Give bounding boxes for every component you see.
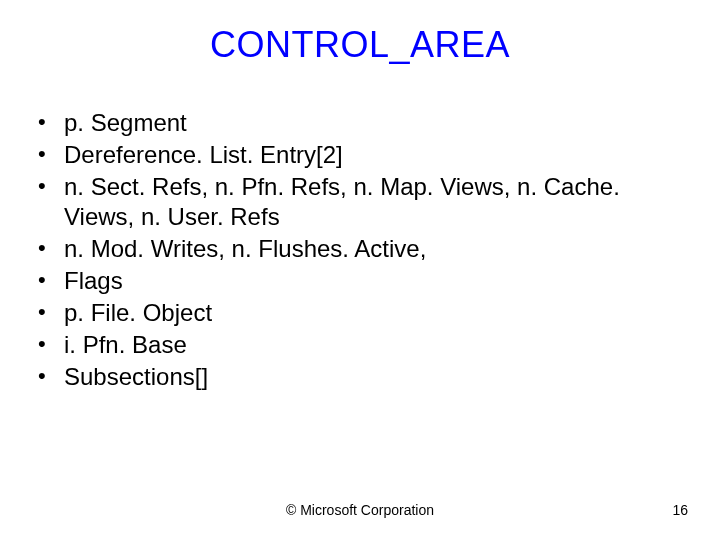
list-item: p. File. Object bbox=[36, 298, 684, 328]
list-item: Subsections[] bbox=[36, 362, 684, 392]
slide: CONTROL_AREA p. Segment Dereference. Lis… bbox=[0, 0, 720, 540]
list-item: n. Mod. Writes, n. Flushes. Active, bbox=[36, 234, 684, 264]
list-item: Flags bbox=[36, 266, 684, 296]
bullet-list: p. Segment Dereference. List. Entry[2] n… bbox=[36, 108, 684, 392]
list-item: Dereference. List. Entry[2] bbox=[36, 140, 684, 170]
list-item: i. Pfn. Base bbox=[36, 330, 684, 360]
footer-page-number: 16 bbox=[672, 502, 688, 518]
slide-title: CONTROL_AREA bbox=[0, 0, 720, 66]
list-item: n. Sect. Refs, n. Pfn. Refs, n. Map. Vie… bbox=[36, 172, 684, 232]
footer-copyright: © Microsoft Corporation bbox=[0, 502, 720, 518]
list-item: p. Segment bbox=[36, 108, 684, 138]
slide-body: p. Segment Dereference. List. Entry[2] n… bbox=[36, 108, 684, 394]
